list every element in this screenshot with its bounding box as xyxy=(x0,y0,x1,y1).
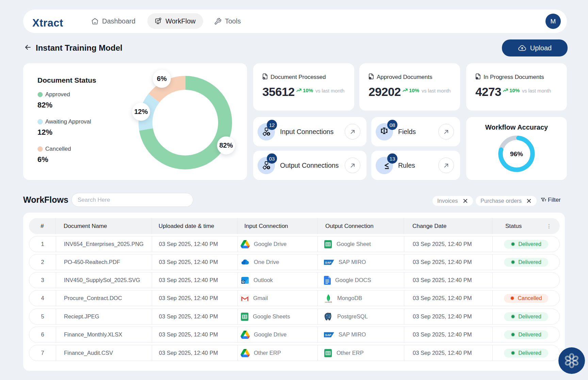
svg-text:SAP: SAP xyxy=(325,333,331,336)
svg-text:96%: 96% xyxy=(510,150,523,158)
svg-text:SAP: SAP xyxy=(325,261,331,264)
svg-text:mongoDB: mongoDB xyxy=(325,301,332,303)
